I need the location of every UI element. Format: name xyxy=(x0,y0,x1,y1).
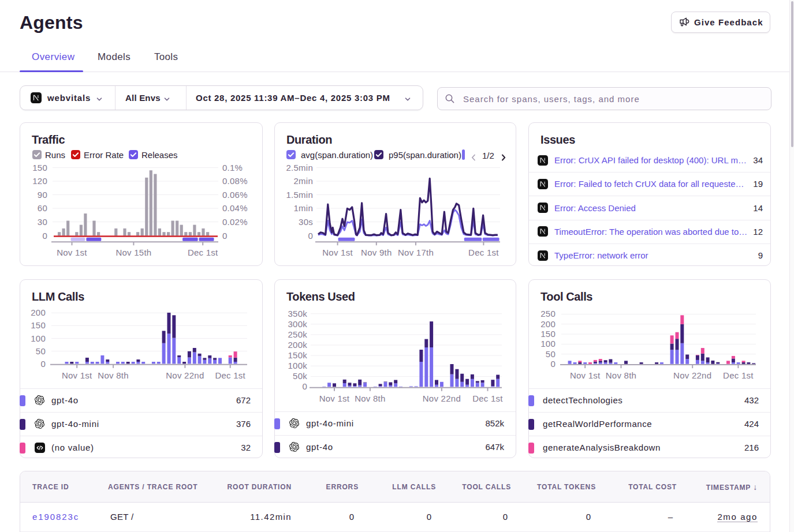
svg-text:150: 150 xyxy=(32,163,47,173)
svg-text:Dec 1st: Dec 1st xyxy=(472,394,503,403)
svg-text:100k: 100k xyxy=(288,361,307,370)
svg-text:0.06%: 0.06% xyxy=(222,190,248,200)
svg-text:Dec 1st: Dec 1st xyxy=(215,370,245,380)
svg-text:0: 0 xyxy=(42,231,47,241)
svg-text:250k: 250k xyxy=(288,329,307,339)
svg-text:Nov 22nd: Nov 22nd xyxy=(423,394,461,403)
svg-text:50: 50 xyxy=(546,349,556,359)
svg-text:0: 0 xyxy=(550,359,556,369)
svg-text:Nov 9th: Nov 9th xyxy=(361,248,392,257)
svg-text:120: 120 xyxy=(32,176,47,186)
svg-text:200: 200 xyxy=(540,319,556,329)
svg-text:2.5min: 2.5min xyxy=(286,163,313,173)
svg-text:0: 0 xyxy=(40,359,46,369)
svg-text:Dec 1st: Dec 1st xyxy=(468,248,499,257)
svg-text:Nov 22nd: Nov 22nd xyxy=(166,370,204,380)
svg-text:50k: 50k xyxy=(293,371,307,381)
svg-text:0.04%: 0.04% xyxy=(222,203,248,213)
svg-text:60: 60 xyxy=(38,203,47,213)
svg-text:2min: 2min xyxy=(293,176,313,186)
svg-text:Nov 1st: Nov 1st xyxy=(62,370,92,380)
svg-text:300k: 300k xyxy=(288,319,307,329)
svg-text:Nov 15th: Nov 15th xyxy=(115,248,151,257)
svg-text:0.08%: 0.08% xyxy=(222,176,248,186)
svg-text:Nov 8th: Nov 8th xyxy=(98,370,128,380)
svg-text:50: 50 xyxy=(36,346,46,356)
svg-text:0.02%: 0.02% xyxy=(222,217,248,227)
svg-text:0: 0 xyxy=(308,231,313,241)
svg-text:Nov 17th: Nov 17th xyxy=(398,248,434,257)
svg-text:Nov 1st: Nov 1st xyxy=(322,248,353,257)
svg-text:30s: 30s xyxy=(299,217,313,227)
svg-text:200k: 200k xyxy=(288,340,307,350)
svg-text:150: 150 xyxy=(540,329,556,339)
svg-text:Dec 1st: Dec 1st xyxy=(188,248,218,257)
svg-text:250: 250 xyxy=(540,309,556,319)
svg-text:Dec 1st: Dec 1st xyxy=(723,370,754,380)
svg-text:Nov 1st: Nov 1st xyxy=(57,248,87,257)
svg-text:30: 30 xyxy=(38,217,47,227)
svg-text:0: 0 xyxy=(302,381,307,391)
svg-text:1min: 1min xyxy=(293,203,313,213)
svg-text:350k: 350k xyxy=(288,309,307,319)
svg-text:Nov 1st: Nov 1st xyxy=(570,370,601,380)
svg-text:0: 0 xyxy=(222,231,228,241)
svg-text:100: 100 xyxy=(31,334,46,343)
svg-text:Nov 8th: Nov 8th xyxy=(355,394,385,403)
svg-text:200: 200 xyxy=(31,308,46,317)
svg-text:150k: 150k xyxy=(288,350,307,360)
svg-text:Nov 8th: Nov 8th xyxy=(606,370,636,380)
svg-text:0.1%: 0.1% xyxy=(222,163,243,173)
svg-text:Nov 22nd: Nov 22nd xyxy=(673,370,711,380)
svg-text:150: 150 xyxy=(31,320,46,330)
svg-text:1.5min: 1.5min xyxy=(286,190,313,200)
svg-text:Nov 1st: Nov 1st xyxy=(319,394,350,403)
svg-text:100: 100 xyxy=(540,339,556,349)
svg-text:90: 90 xyxy=(38,190,47,200)
